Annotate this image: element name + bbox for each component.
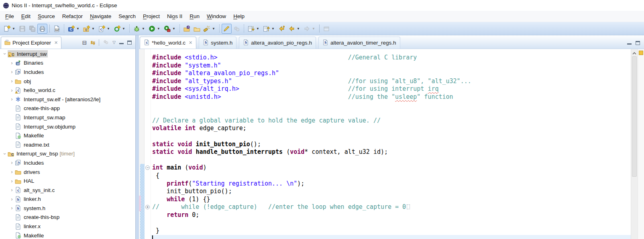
fold-plus-icon[interactable]: + xyxy=(145,205,150,209)
editor-presentation-button[interactable] xyxy=(232,24,242,34)
code-line[interactable] xyxy=(151,101,631,109)
open-type-button[interactable] xyxy=(182,24,192,34)
open-resource-button[interactable] xyxy=(192,24,202,34)
new-c-source-button[interactable]: c▼ xyxy=(97,24,112,34)
annotation-ruler[interactable] xyxy=(139,49,145,239)
debug-dropdown-icon[interactable]: ▼ xyxy=(141,27,145,31)
code-line[interactable]: static void handle_button_interrupts (vo… xyxy=(151,148,631,156)
tab-project-explorer[interactable]: Project Explorer ✕ xyxy=(1,37,61,49)
code-line[interactable]: volatile int edge_capture; xyxy=(151,125,631,133)
maximize-icon[interactable] xyxy=(127,41,132,45)
focus-on-active-task-icon[interactable] xyxy=(103,39,109,46)
link-with-editor-icon[interactable]: ⇆ xyxy=(91,40,96,45)
expand-arrow-icon[interactable]: › xyxy=(9,178,15,184)
run-dropdown-icon[interactable]: ▼ xyxy=(157,27,161,31)
menu-help[interactable]: Help xyxy=(230,12,248,21)
code-line[interactable] xyxy=(151,133,631,141)
code-line[interactable]: { xyxy=(151,172,631,180)
menu-source[interactable]: Source xyxy=(34,12,59,21)
build-button[interactable]: ▼ xyxy=(112,24,127,34)
code-line[interactable]: while (1) {} xyxy=(151,196,631,204)
expand-arrow-icon[interactable]: › xyxy=(2,51,8,57)
code-line[interactable]: #include <sys/alt_irq.h> //for using int… xyxy=(151,85,631,93)
collapse-all-icon[interactable]: ⊟ xyxy=(82,40,87,45)
code-line[interactable]: // Declare a global variable to hold the… xyxy=(151,117,631,125)
code-line[interactable]: } xyxy=(151,227,631,235)
forward-dropdown-icon[interactable]: ▼ xyxy=(312,27,316,31)
expand-arrow-icon[interactable]: › xyxy=(9,96,15,102)
search-dropdown-icon[interactable]: ▼ xyxy=(212,27,216,31)
code-line[interactable]: #include "system.h" xyxy=(151,62,631,70)
code-line[interactable]: int main (void) xyxy=(151,164,631,172)
previous-annotation-dropdown-icon[interactable]: ▼ xyxy=(271,27,275,31)
next-annotation-button[interactable]: ▼ xyxy=(246,24,261,34)
expand-arrow-icon[interactable]: › xyxy=(2,151,8,157)
tree-item-interrupt-sw-bsp[interactable]: ›CInterrupt_sw_bsp[timer] xyxy=(0,149,135,159)
expand-arrow-icon[interactable]: › xyxy=(9,88,15,93)
scroll-up-icon[interactable] xyxy=(632,50,637,55)
tree-item-makefile[interactable]: Makefile xyxy=(0,231,135,239)
back-button[interactable]: ▼ xyxy=(287,24,302,34)
binary-file-button[interactable]: 010 xyxy=(52,24,62,34)
tree-item-create-this-app[interactable]: create-this-app xyxy=(0,104,135,113)
next-annotation-dropdown-icon[interactable]: ▼ xyxy=(256,27,260,31)
tab-system-h[interactable]: hsystem.h xyxy=(199,37,236,49)
close-icon[interactable]: ✕ xyxy=(189,40,192,45)
last-edit-location-button[interactable] xyxy=(277,24,287,34)
tree-item-create-this-bsp[interactable]: create-this-bsp xyxy=(0,213,135,222)
code-line[interactable] xyxy=(151,109,631,117)
print-button[interactable] xyxy=(37,24,47,34)
tree-item-obj[interactable]: ›obj xyxy=(0,77,135,86)
code-line[interactable]: return 0; xyxy=(151,211,631,219)
back-dropdown-icon[interactable]: ▼ xyxy=(296,27,300,31)
expand-arrow-icon[interactable]: › xyxy=(9,69,15,75)
code-line[interactable]: init_button_pio(); xyxy=(151,188,631,196)
maximize-icon[interactable] xyxy=(636,41,640,45)
tree-item-readme-txt[interactable]: readme.txt xyxy=(0,140,135,149)
menu-navigate[interactable]: Navigate xyxy=(86,12,115,21)
menu-nios-ii[interactable]: Nios II xyxy=(163,12,186,21)
expand-arrow-icon[interactable]: › xyxy=(9,169,15,175)
tree-item-hal[interactable]: ›HAL xyxy=(0,176,135,186)
minimize-icon[interactable] xyxy=(119,41,124,44)
expand-arrow-icon[interactable]: › xyxy=(9,205,15,211)
mark-occurrences-button[interactable] xyxy=(222,24,232,34)
code-line[interactable]: #include "altera_avalon_pio_regs.h" xyxy=(151,69,631,78)
scrollbar-thumb[interactable] xyxy=(632,56,637,177)
tree-item-linker-x[interactable]: linker.x xyxy=(0,222,135,231)
tree-item-drivers[interactable]: ›drivers xyxy=(0,168,135,177)
code-line[interactable]: printf("Starting registration... \n"); xyxy=(151,180,631,188)
code-line[interactable]: #include <stdio.h> //General C library xyxy=(151,54,631,62)
tree-item-interrupt-sw-objdump[interactable]: Interrupt_sw.objdump xyxy=(0,122,135,131)
tree-item-hello-world-c[interactable]: ›chello_world.c xyxy=(0,86,135,95)
save-all-button[interactable] xyxy=(27,24,37,34)
tree-item-alt-sys-init-c[interactable]: ›calt_sys_init.c xyxy=(0,186,135,195)
external-tools-button[interactable]: ▼ xyxy=(162,24,177,34)
expand-arrow-icon[interactable]: › xyxy=(9,60,15,66)
code-line[interactable]: #include <unistd.h> //using the "usleep"… xyxy=(151,93,631,101)
new-c-folder-button[interactable]: C▼ xyxy=(82,24,97,34)
code-line[interactable] xyxy=(151,219,631,227)
view-menu-icon[interactable]: ▽ xyxy=(112,40,116,45)
tree-item-interrupt-sw-elf-alteranios2-le[interactable]: ›Interrupt_sw.elf - [alteranios2/le] xyxy=(0,95,135,104)
folding-ruler[interactable]: −+ xyxy=(145,49,151,239)
build-dropdown-icon[interactable]: ▼ xyxy=(122,27,126,31)
minimize-icon[interactable] xyxy=(627,41,632,45)
code-line[interactable] xyxy=(151,156,631,164)
code-view[interactable]: #include <stdio.h> //General C library#i… xyxy=(151,49,631,239)
tree-item-system-h[interactable]: ›hsystem.h xyxy=(0,204,135,213)
tree-item-includes[interactable]: ›hIncludes xyxy=(0,67,135,77)
new-c-project-dropdown-icon[interactable]: ▼ xyxy=(76,27,80,31)
new-window-button[interactable] xyxy=(322,24,332,34)
close-icon[interactable]: ✕ xyxy=(54,40,58,45)
new-wizard-dropdown-icon[interactable]: ▼ xyxy=(12,27,16,31)
save-button[interactable] xyxy=(17,24,27,34)
code-line[interactable]: static void init_button_pio(); xyxy=(151,141,631,149)
tree-item-interrupt-sw[interactable]: ›CInterrupt_sw xyxy=(0,49,135,59)
run-button[interactable]: ▼ xyxy=(147,24,162,34)
fold-minus-icon[interactable]: − xyxy=(145,165,150,170)
code-line[interactable]: // while (!edge_capture) //enter the loo… xyxy=(151,203,631,211)
forward-button[interactable]: ▼ xyxy=(302,24,317,34)
expand-arrow-icon[interactable]: › xyxy=(9,187,15,193)
debug-button[interactable]: ▼ xyxy=(132,24,147,34)
